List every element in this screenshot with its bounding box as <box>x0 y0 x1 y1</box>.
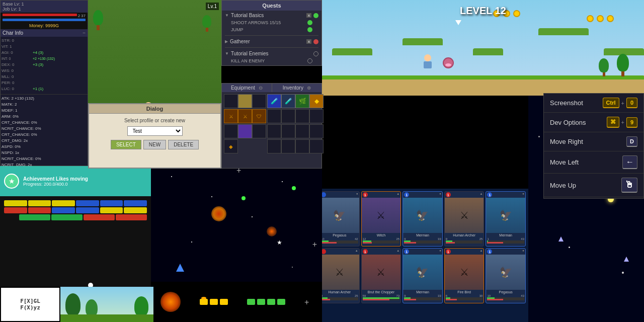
card-1[interactable]: 1 ▲ ⚔ Witch 1225 <box>361 191 401 247</box>
quest-item-jump: Jump <box>225 26 318 33</box>
select-button[interactable]: SELECT <box>111 140 141 149</box>
inv-slot-5[interactable] <box>267 109 281 123</box>
inv-slot-3[interactable]: 🌿 <box>295 94 309 108</box>
screenshot-keys: Ctrl + 0 <box>603 98 637 108</box>
quest-cat-close-gatherer[interactable]: x <box>306 39 311 44</box>
card-8[interactable]: 1 ▲ ⚔ Fire Bird 630 <box>444 248 485 303</box>
inv-slot-7[interactable] <box>295 109 309 123</box>
move-up-label: Move Up <box>550 182 576 189</box>
equip-slot-shield[interactable]: 🛡 <box>252 109 266 123</box>
rpg-level-badge: Lv.1 <box>206 3 219 10</box>
tree-1 <box>93 10 103 30</box>
screenshot-row: Screenshot Ctrl + 0 <box>544 94 643 113</box>
inv-slot-13[interactable] <box>267 139 281 153</box>
galaga-enemy-a <box>200 299 208 305</box>
char-info-toggle[interactable]: − <box>83 30 86 36</box>
inv-slot-11[interactable] <box>295 124 309 138</box>
card-3[interactable]: 1 ▲ ⚔ Human Archer 925 <box>444 191 485 247</box>
card-6[interactable]: 1 ▲ ⚔ Brut the Chopper 5973 <box>361 248 401 303</box>
d-key: D <box>626 136 637 147</box>
profile-select[interactable]: Test <box>127 126 183 136</box>
card-4[interactable]: 1 ● 🦅 Merman 143 <box>486 191 526 247</box>
enemy-2 <box>292 186 296 190</box>
equip-slot-2[interactable] <box>238 94 252 108</box>
equip-inventory-panel: Equipment ⊖ Inventory ⊕ ⚔ ⚔ <box>221 83 322 169</box>
level-badge: LEVEL 12 <box>460 5 506 17</box>
equip-slot-sword[interactable]: ⚔ <box>238 109 252 123</box>
equip-close[interactable]: ⊖ <box>259 85 263 91</box>
inv-slot-15[interactable] <box>295 139 309 153</box>
galaga-enemy-row-1 <box>200 299 228 305</box>
quest-cat-name-gatherer: Gatherer <box>230 39 304 44</box>
zero-key: 0 <box>626 98 637 108</box>
card-game-panel: ● 🦅 Pegasus 1042 1 ▲ ⚔ Witch 1225 1 <box>317 189 528 322</box>
star-5 <box>292 267 293 268</box>
plat-tree-2 <box>599 58 609 76</box>
equip-slot-7[interactable] <box>252 124 266 138</box>
galaga-enemy-b <box>210 299 218 305</box>
quests-title: Quests <box>222 1 321 11</box>
inv-slot-2[interactable]: 🧪 <box>281 94 295 108</box>
galaga-enemy-f <box>267 299 275 305</box>
plat-character <box>423 54 433 68</box>
main-screen: Base Lv: 1 Job Lv: 1 2 37 Money: 9999G C… <box>0 0 644 322</box>
equip-slot-8[interactable]: ◆ <box>224 139 238 153</box>
tab-equipment[interactable]: Equipment ⊖ <box>222 84 272 92</box>
ctrl-key: Ctrl <box>603 98 619 108</box>
tab-inventory[interactable]: Inventory ⊕ <box>272 84 322 92</box>
inv-slot-6[interactable] <box>281 109 295 123</box>
move-up-keys: 🖱 <box>621 178 637 193</box>
platform-3 <box>473 48 503 55</box>
inv-slot-8[interactable] <box>309 109 324 123</box>
card-9[interactable]: 1 ● 🦅 Pegasus 1043 <box>486 248 526 303</box>
math-panel: F[X]GL F(X)yz <box>0 287 60 322</box>
starfield-ship-2 <box>624 257 629 262</box>
screenshot-label: Screenshot <box>550 99 583 107</box>
rpg-stats-panel: STR: 0 VIT: 1 AGI: 0+4 (3) INT: 0+2 +130… <box>1 37 88 93</box>
quest-cat-name-tutorial: Tutorial Basics <box>231 13 304 18</box>
base-level-label: Base Lv: 1 <box>3 2 24 7</box>
card-5[interactable]: ▲ ⚔ Human Archer 925 <box>319 248 360 303</box>
backspace-key: ← <box>622 155 637 169</box>
inv-slot-12[interactable] <box>309 124 324 138</box>
inv-slot-10[interactable] <box>281 124 295 138</box>
math-line-1: F[X]GL <box>20 298 40 304</box>
quest-status-tutorial <box>313 13 318 18</box>
quest-status-enemies <box>313 51 318 56</box>
quest-status-gatherer <box>313 39 318 44</box>
star-2 <box>211 196 212 197</box>
equip-slot-bow[interactable]: ⚔ <box>224 109 238 123</box>
new-button[interactable]: NEW <box>143 140 166 149</box>
equip-slot-6[interactable] <box>238 124 252 138</box>
quest-cat-name-enemies: Tutorial Enemies <box>231 51 311 56</box>
star-4 <box>191 242 192 243</box>
dialog-buttons: SELECT NEW DELETE <box>93 140 216 149</box>
equip-slot-3[interactable] <box>252 94 266 108</box>
card-2[interactable]: 1 ● 🦅 Merman 933 <box>403 191 443 247</box>
inv-slot-16[interactable] <box>309 139 324 153</box>
card-7[interactable]: 1 ● 🦅 Merman 933 <box>403 248 443 303</box>
equip-slot-5[interactable] <box>224 124 238 138</box>
brick-rows <box>0 196 151 235</box>
platformer-ground <box>322 75 644 96</box>
explosion-1 <box>211 206 226 221</box>
inv-close[interactable]: ⊕ <box>307 85 311 91</box>
dev-options-panel: Screenshot Ctrl + 0 Dev Options ⌘ + 9 Mo… <box>543 93 644 199</box>
quest-item-kill: Kill an enemy <box>225 57 318 64</box>
inv-slot-9[interactable] <box>267 124 281 138</box>
quest-cat-close-tutorial[interactable]: x <box>306 13 311 18</box>
inv-slot-1[interactable]: 🧪 <box>267 94 281 108</box>
card-0[interactable]: ● 🦅 Pegasus 1042 <box>319 191 360 247</box>
quests-panel: Quests ▼ Tutorial Basics x Shoot Arrows … <box>221 0 322 66</box>
inv-slot-14[interactable] <box>281 139 295 153</box>
galaga-enemy-g <box>277 299 285 305</box>
nine-key: 9 <box>626 117 637 128</box>
mouse-key: 🖱 <box>621 178 637 193</box>
equip-slot-1[interactable] <box>224 94 238 108</box>
delete-button[interactable]: DELETE <box>168 140 199 149</box>
inv-slots: 🧪 🧪 🌿 ◆ <box>267 94 323 153</box>
inv-slot-4[interactable]: ◆ <box>309 94 324 108</box>
shooter-plus-btn[interactable]: + <box>304 298 312 306</box>
forest-ground <box>60 314 153 322</box>
char-info-header: Char Info − <box>1 29 88 37</box>
